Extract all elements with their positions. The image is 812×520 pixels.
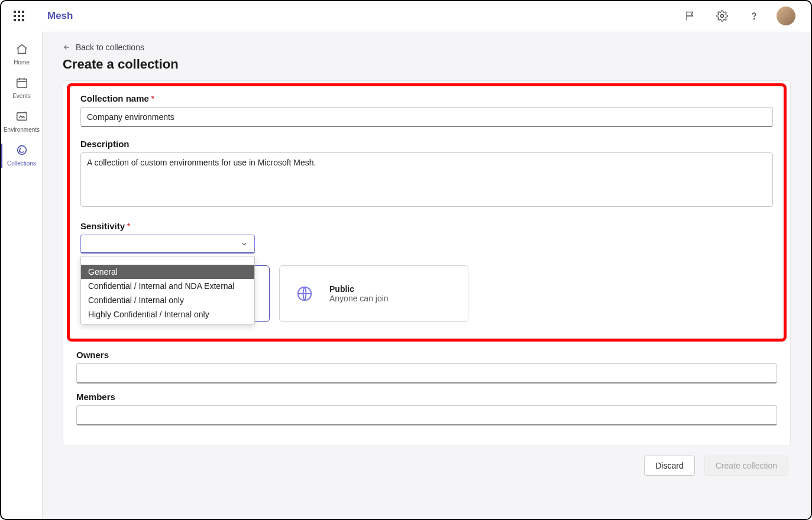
main-content: Back to collections Create a collection … [43,32,811,519]
nav-label: Collections [7,160,36,167]
svg-point-0 [721,15,724,18]
left-nav: Home Events Environments Collections [1,31,43,519]
required-mark: * [127,222,130,230]
nav-item-environments[interactable]: Environments [1,105,43,139]
members-field: Members [76,392,777,425]
header-actions [681,6,795,25]
description-textarea[interactable] [80,152,773,207]
collection-name-label: Collection name [80,93,149,103]
back-to-collections-link[interactable]: Back to collections [63,43,791,52]
sensitivity-label: Sensitivity [80,221,125,231]
create-collection-button: Create collection [704,456,788,476]
svg-point-1 [753,18,754,19]
access-public-title: Public [329,284,389,294]
nav-label: Events [12,93,31,99]
waffle-icon [14,11,24,21]
nav-item-home[interactable]: Home [1,38,43,72]
settings-button[interactable] [713,6,732,25]
globe-icon [290,280,319,308]
calendar-icon [15,76,28,92]
collections-icon [15,144,28,159]
dropdown-option-confidential-nda[interactable]: Confidential / Internal and NDA External [81,279,254,293]
nav-item-collections[interactable]: Collections [1,139,43,173]
flag-button[interactable] [681,6,700,25]
owners-input[interactable] [76,363,777,384]
gear-icon [716,10,728,22]
environments-icon [15,110,28,125]
members-input[interactable] [76,405,777,425]
highlighted-section: Collection name * Description Sensitivit… [67,83,787,342]
sensitivity-dropdown: General Confidential / Internal and NDA … [80,256,255,324]
nav-label: Home [14,59,30,66]
dropdown-option-confidential-internal[interactable]: Confidential / Internal only [81,293,254,307]
help-icon [748,10,760,22]
dropdown-option-general[interactable]: General [81,265,254,279]
collection-name-input[interactable] [80,107,773,127]
svg-rect-2 [17,79,27,88]
user-avatar[interactable] [777,6,795,25]
arrow-left-icon [63,43,71,51]
footer-actions: Discard Create collection [63,456,791,476]
nav-item-events[interactable]: Events [1,72,43,105]
dropdown-option-highly-confidential[interactable]: Highly Confidential / Internal only [81,307,254,321]
flag-icon [684,10,696,22]
owners-label: Owners [76,350,109,360]
required-mark: * [151,94,154,103]
form-card: Collection name * Description Sensitivit… [63,80,791,446]
home-icon [15,43,28,58]
app-title: Mesh [47,10,73,22]
back-label: Back to collections [76,43,144,52]
app-launcher-button[interactable] [7,11,31,21]
collection-name-field: Collection name * [80,93,773,127]
description-label: Description [80,139,130,149]
sensitivity-field: Sensitivity * General Confidential / Int… [80,221,773,254]
nav-label: Environments [4,126,40,133]
access-public-sub: Anyone can join [329,294,389,303]
page-title: Create a collection [63,57,791,72]
description-field: Description [80,139,773,209]
help-button[interactable] [745,6,764,25]
members-label: Members [76,392,115,402]
sensitivity-select[interactable] [80,235,255,254]
owners-field: Owners [76,350,777,384]
discard-button[interactable]: Discard [644,456,694,476]
svg-point-4 [17,146,26,155]
access-card-public[interactable]: Public Anyone can join [279,265,468,322]
chevron-down-icon [240,240,248,248]
top-header: Mesh [1,1,811,31]
